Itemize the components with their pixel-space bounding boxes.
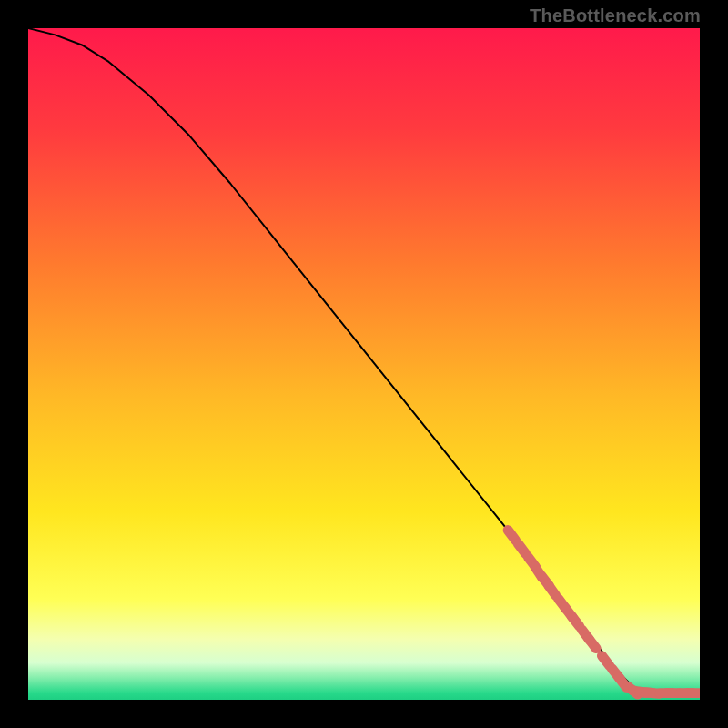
marker-point [589,638,597,648]
main-curve [28,28,700,693]
marker-point [602,656,610,666]
curve-layer [28,28,700,700]
marker-point [518,543,525,553]
chart-stage: TheBottleneck.com [0,0,728,728]
marker-series [508,531,699,694]
marker-point [549,585,556,595]
marker-point [571,616,580,626]
plot-area [27,27,701,701]
attribution-text: TheBottleneck.com [530,5,701,26]
marker-point [508,531,515,541]
